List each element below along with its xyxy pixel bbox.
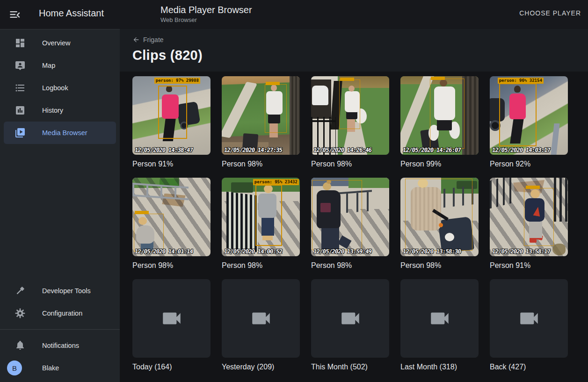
burned-in-timestamp: 12/05/2020 13:58:30	[402, 248, 461, 255]
clip-caption: Person 98%	[311, 160, 389, 168]
sidebar-item-map[interactable]: Map	[4, 54, 116, 77]
sidebar-item-label: Logbook	[42, 84, 68, 92]
detection-label: person: 97% 29988	[154, 78, 200, 84]
folder-thumbnail	[311, 279, 389, 358]
clip-caption: Person 91%	[132, 160, 211, 168]
burned-in-timestamp: 12/05/2020 14:27:35	[224, 146, 283, 153]
clip-card[interactable]: 12/05/2020 14:26:46 Person 98%	[311, 76, 389, 168]
folder-thumbnail	[490, 279, 568, 358]
clip-card[interactable]: 12/05/2020 14:01:14 Person 98%	[132, 178, 211, 270]
avatar: B	[7, 360, 22, 375]
detection-bbox	[255, 185, 282, 246]
detection-label	[340, 78, 354, 81]
burned-in-timestamp: 12/05/2020 13:58:17	[492, 248, 551, 255]
sidebar-item-overview[interactable]: Overview	[4, 32, 116, 54]
detection-bbox	[339, 79, 360, 129]
detection-bbox	[524, 188, 553, 246]
sidebar-item-profile[interactable]: B Blake	[0, 357, 120, 379]
clip-thumbnail: 12/05/2020 13:58:17	[490, 178, 568, 256]
folder-label: Back (427)	[490, 363, 568, 371]
clip-thumbnail: person: 96% 32154 12/05/2020 14:03:17	[490, 76, 568, 155]
view-dashboard-icon	[15, 37, 26, 49]
page-title: Clips (820)	[132, 48, 577, 63]
clip-caption: Person 98%	[400, 261, 479, 270]
folder-card-last-month[interactable]: Last Month (318)	[400, 279, 479, 371]
detection-bbox	[430, 79, 464, 149]
breadcrumb-back-frigate[interactable]: Frigate	[132, 36, 164, 43]
video-camera-icon	[339, 307, 362, 330]
folder-card-today[interactable]: Today (164)	[132, 279, 211, 371]
clip-card[interactable]: 12/05/2020 14:26:07 Person 99%	[400, 76, 479, 168]
clips-grid: person: 97% 29988 12/05/2020 14:38:47 Pe…	[120, 72, 588, 371]
app-title: Home Assistant	[39, 8, 104, 19]
clip-card[interactable]: person: 96% 32154 12/05/2020 14:03:17 Pe…	[490, 76, 568, 168]
video-camera-icon	[428, 307, 451, 330]
clip-thumbnail: 12/05/2020 13:58:30	[400, 178, 479, 256]
clip-thumbnail: 12/05/2020 13:59:49	[311, 178, 389, 256]
clip-card[interactable]: 12/05/2020 14:27:35 Person 98%	[222, 76, 300, 168]
burned-in-timestamp: 12/05/2020 14:01:14	[134, 248, 193, 255]
sidebar-item-media-browser[interactable]: Media Browser	[4, 122, 116, 144]
sidebar-item-developer-tools[interactable]: Developer Tools	[4, 280, 116, 302]
clip-thumbnail: person: 95% 23432 12/05/2020 14:00:52	[222, 178, 300, 256]
thumbnail-art	[222, 76, 300, 155]
sidebar-item-label: Overview	[42, 39, 70, 47]
clip-caption: Person 98%	[311, 261, 389, 270]
clip-caption: Person 98%	[222, 261, 300, 270]
sidebar-item-label: History	[42, 107, 63, 114]
detection-label	[431, 77, 445, 80]
clip-thumbnail: 12/05/2020 14:01:14	[132, 178, 211, 256]
video-camera-icon	[160, 307, 183, 330]
clip-caption: Person 99%	[400, 160, 479, 168]
sidebar-item-label: Notifications	[42, 342, 79, 349]
play-box-multiple-icon	[15, 127, 26, 138]
burned-in-timestamp: 12/05/2020 14:26:07	[402, 146, 461, 153]
choose-player-button[interactable]: CHOOSE PLAYER	[519, 9, 581, 17]
detection-label	[266, 82, 280, 85]
clip-card[interactable]: person: 95% 23432 12/05/2020 14:00:52 Pe…	[222, 178, 300, 270]
burned-in-timestamp: 12/05/2020 14:38:47	[134, 146, 193, 153]
folder-label: This Month (502)	[311, 363, 389, 371]
video-camera-icon	[249, 307, 273, 330]
clip-caption: Person 91%	[490, 261, 568, 270]
detection-label: person: 96% 32154	[498, 78, 544, 84]
sidebar-item-configuration[interactable]: Configuration	[4, 302, 116, 324]
folder-card-back[interactable]: Back (427)	[490, 279, 568, 371]
clip-caption: Person 98%	[132, 261, 211, 270]
clip-card[interactable]: 12/05/2020 13:58:17 Person 91%	[490, 178, 568, 270]
clip-card[interactable]: 12/05/2020 13:58:30 Person 98%	[400, 178, 479, 270]
sidebar-item-label: Developer Tools	[42, 287, 91, 295]
app-bar: Home Assistant Media Player Browser Web …	[0, 0, 588, 29]
detection-bbox	[499, 83, 537, 146]
folder-thumbnail	[222, 279, 300, 358]
sidebar-item-label: Map	[42, 62, 55, 69]
sidebar: Overview Map Logbook History Media Brows…	[0, 29, 120, 382]
folder-thumbnail	[400, 279, 479, 358]
sidebar-item-history[interactable]: History	[4, 99, 116, 122]
clip-thumbnail: person: 97% 29988 12/05/2020 14:38:47	[132, 76, 211, 155]
folder-card-yesterday[interactable]: Yesterday (209)	[222, 279, 300, 371]
sidebar-toggle-button[interactable]	[8, 8, 22, 21]
detection-label	[135, 211, 149, 214]
media-browser-content: Frigate Clips (820) person: 97% 29988 12…	[120, 29, 588, 382]
chart-box-icon	[15, 105, 26, 116]
sidebar-item-logbook[interactable]: Logbook	[4, 77, 116, 99]
detection-bbox	[134, 214, 163, 252]
sidebar-divider	[0, 329, 120, 330]
sidebar-item-notifications[interactable]: Notifications	[4, 334, 116, 357]
arrow-left-icon	[132, 36, 140, 43]
folder-label: Yesterday (209)	[222, 363, 300, 371]
folder-label: Today (164)	[132, 363, 211, 371]
screen-title-block: Media Player Browser Web Browser	[160, 4, 252, 24]
screen-subtitle: Web Browser	[160, 16, 252, 24]
page-header: Frigate Clips (820)	[120, 29, 588, 72]
folder-card-this-month[interactable]: This Month (502)	[311, 279, 389, 371]
bell-icon	[15, 340, 26, 351]
sidebar-item-label: Media Browser	[42, 129, 87, 137]
detection-bbox	[265, 84, 287, 133]
clip-thumbnail: 12/05/2020 14:26:46	[311, 76, 389, 155]
clip-card[interactable]: 12/05/2020 13:59:49 Person 98%	[311, 178, 389, 270]
clip-card[interactable]: person: 97% 29988 12/05/2020 14:38:47 Pe…	[132, 76, 211, 168]
folder-thumbnail	[132, 279, 211, 358]
detection-label	[526, 186, 540, 189]
